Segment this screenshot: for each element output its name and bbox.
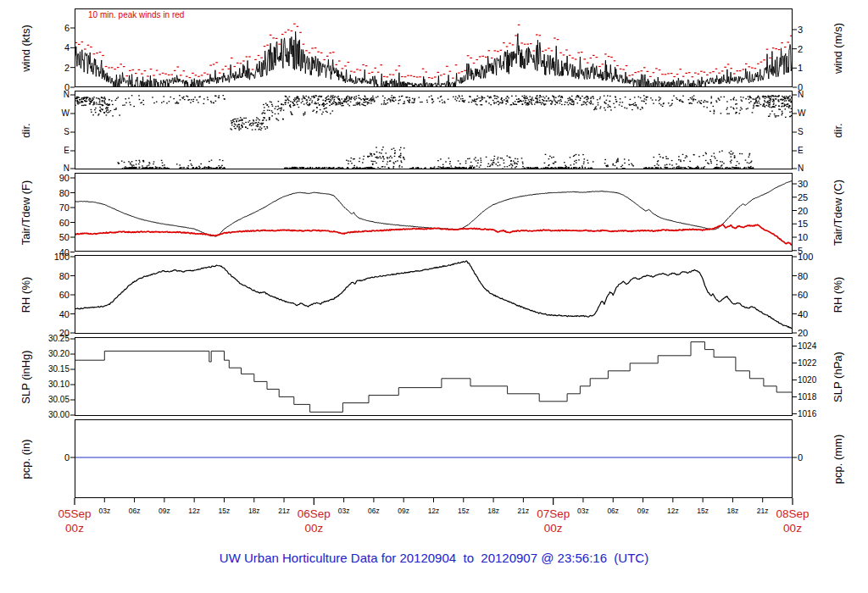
x-minor-label: 12z	[421, 507, 447, 515]
x-minor-label: 15z	[690, 507, 715, 515]
x-minor-label: 06z	[361, 507, 387, 515]
rh-panel	[70, 256, 797, 334]
tick-label-slp: 30.00	[15, 410, 70, 419]
tick-label-slp: 30.15	[15, 364, 70, 374]
slp-panel	[70, 338, 797, 416]
tick-label-slp: 1024	[798, 341, 849, 351]
tick-label-dir: E	[15, 146, 70, 155]
tick-label-rh: 40	[15, 309, 70, 319]
tick-label-dir: S	[15, 127, 70, 136]
meteogram-page: { "title": "UW Urban Horticulture Data f…	[0, 0, 868, 593]
x-minor-label: 15z	[211, 507, 236, 515]
x-minor-label: 09z	[152, 507, 177, 515]
tick-label-temp: 70	[15, 202, 70, 213]
x-minor-label: 12z	[181, 507, 207, 515]
x-major-label: 06Sep 00z	[283, 507, 344, 535]
tick-label-dir: S	[798, 127, 849, 136]
tick-label-wind: 2	[15, 63, 70, 73]
x-minor-label: 09z	[391, 507, 416, 515]
x-minor-label: 15z	[451, 507, 476, 515]
tick-label-rh: 80	[15, 271, 70, 281]
tick-label-temp: 10	[798, 232, 849, 242]
tick-label-wind: 1	[798, 63, 849, 73]
tick-label-wind: 3	[798, 25, 849, 35]
tick-label-temp: 80	[15, 188, 70, 198]
tick-label-dir: N	[15, 163, 70, 173]
tick-label-slp: 30.25	[15, 334, 70, 343]
tick-label-rh: 40	[798, 309, 849, 319]
x-minor-label: 09z	[631, 507, 656, 515]
peak-winds-annotation: 10 min. peak winds in red	[88, 10, 184, 19]
tick-label-dir: N	[798, 90, 849, 99]
tick-label-slp: 1020	[798, 375, 849, 385]
tick-label-slp: 1018	[798, 392, 849, 402]
x-minor-label: 18z	[481, 507, 506, 515]
x-major-label: 08Sep 00z	[762, 507, 823, 535]
pcp-panel	[70, 420, 797, 498]
tick-label-pcp: 0	[15, 452, 70, 463]
tick-label-dir: N	[15, 90, 70, 99]
tick-label-rh: 20	[798, 328, 849, 338]
dir-panel	[70, 91, 797, 170]
x-axis	[75, 498, 793, 505]
tick-label-wind: 4	[15, 42, 70, 53]
tick-label-temp: 50	[15, 232, 70, 242]
tick-label-dir: E	[798, 146, 849, 155]
x-major-label: 07Sep 00z	[523, 507, 584, 535]
tick-label-slp: 30.20	[15, 349, 70, 358]
tick-label-rh: 80	[798, 271, 849, 281]
tick-label-dir: W	[798, 108, 849, 118]
tick-label-dir: N	[798, 163, 849, 173]
tick-label-temp: 60	[15, 218, 70, 228]
tick-label-temp: 30	[798, 179, 849, 189]
temp-panel	[70, 174, 797, 252]
meteogram-canvas	[0, 0, 868, 593]
tick-label-rh: 60	[798, 290, 849, 300]
x-minor-label: 06z	[600, 507, 626, 515]
wind-panel	[70, 9, 797, 88]
x-minor-label: 12z	[660, 507, 686, 515]
tick-label-slp: 30.05	[15, 395, 70, 404]
tick-label-rh: 100	[15, 252, 70, 262]
tick-label-temp: 25	[798, 192, 849, 202]
tick-label-temp: 90	[15, 173, 70, 183]
tick-label-temp: 15	[798, 219, 849, 229]
x-minor-label: 18z	[242, 507, 267, 515]
tick-label-rh: 60	[15, 290, 70, 300]
tick-label-wind: 2	[798, 44, 849, 54]
x-minor-label: 06z	[122, 507, 147, 515]
tick-label-rh: 100	[798, 252, 849, 262]
tick-label-pcp: 0	[798, 452, 849, 463]
chart-title: UW Urban Horticulture Data for 20120904 …	[0, 551, 868, 565]
tick-label-slp: 1016	[798, 409, 849, 418]
tick-label-wind: 6	[15, 23, 70, 33]
x-major-label: 05Sep 00z	[44, 507, 105, 535]
tick-label-dir: W	[15, 108, 70, 118]
x-minor-label: 18z	[720, 507, 745, 515]
tick-label-slp: 30.10	[15, 380, 70, 389]
tick-label-slp: 1022	[798, 358, 849, 368]
tick-label-temp: 20	[798, 206, 849, 216]
